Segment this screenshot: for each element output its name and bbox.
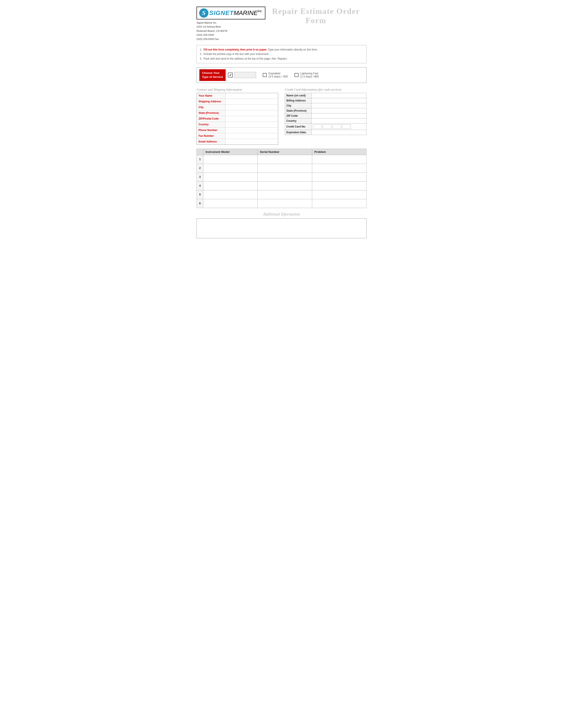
input-cc-expiry[interactable] (313, 131, 335, 134)
cc-label-expiry: Expiration Date. (285, 130, 312, 135)
logo-s-icon: S (199, 8, 208, 18)
input-cc-num-3[interactable] (332, 124, 341, 129)
logo-box: S SIGNET MARINE Inc. (196, 7, 265, 19)
input-state[interactable] (227, 112, 276, 115)
input-row2-serial[interactable] (258, 164, 312, 173)
val-zip[interactable] (225, 116, 278, 122)
val-email[interactable] (225, 139, 278, 144)
cc-val-zip[interactable] (312, 113, 367, 118)
input-cc-num-1[interactable] (313, 124, 322, 129)
row3-model[interactable] (203, 173, 258, 181)
row6-problem[interactable] (312, 199, 366, 208)
row4-problem[interactable] (312, 181, 366, 190)
input-shipping-address[interactable] (227, 100, 276, 103)
instructions-box: 1. Fill out this form completely, then p… (196, 45, 367, 63)
input-row3-serial[interactable] (258, 173, 312, 181)
logo-signet-text: SIGNET (209, 9, 233, 17)
input-row5-problem[interactable] (312, 190, 366, 199)
lightning-checkbox[interactable] (295, 73, 299, 77)
val-city[interactable] (225, 105, 278, 110)
company-phone: (310) 329-4349 (196, 33, 265, 37)
row5-problem[interactable] (312, 190, 366, 199)
row5-model[interactable] (203, 190, 258, 199)
row2-model[interactable] (203, 164, 258, 173)
service-type-box: Choose Your Type of Service ✓ Expedited … (196, 67, 367, 83)
input-email[interactable] (227, 140, 276, 143)
additional-textarea[interactable] (197, 219, 366, 238)
input-cc-num-4[interactable] (342, 124, 351, 129)
val-your-name[interactable] (225, 93, 278, 99)
row3-serial[interactable] (258, 173, 312, 181)
row6-model[interactable] (203, 199, 258, 208)
input-row6-problem[interactable] (312, 199, 366, 208)
row6-serial[interactable] (258, 199, 312, 208)
expedited-checkbox[interactable] (263, 73, 267, 77)
cc-val-address[interactable] (312, 98, 367, 103)
input-row1-serial[interactable] (258, 155, 312, 164)
input-fax[interactable] (227, 135, 276, 138)
input-row4-serial[interactable] (258, 182, 312, 190)
input-row1-model[interactable] (203, 155, 257, 164)
row1-serial[interactable] (258, 155, 312, 164)
input-your-name[interactable] (227, 94, 276, 98)
val-phone[interactable] (225, 128, 278, 133)
input-cc-country[interactable] (313, 119, 365, 122)
row1-model[interactable] (203, 155, 258, 164)
input-city[interactable] (227, 106, 276, 109)
row4-serial[interactable] (258, 181, 312, 190)
instrument-section: Instrument Model Serial Number Problem 1… (196, 149, 367, 208)
val-fax[interactable] (225, 133, 278, 139)
val-shipping-address[interactable] (225, 99, 278, 104)
input-row3-problem[interactable] (312, 173, 366, 181)
input-row5-model[interactable] (203, 190, 257, 199)
cc-val-name[interactable] (312, 93, 367, 98)
input-phone[interactable] (227, 129, 276, 132)
input-row2-problem[interactable] (312, 164, 366, 173)
cc-row-number: Credit Card No. (285, 123, 367, 130)
input-cc-num-2[interactable] (323, 124, 332, 129)
input-row5-serial[interactable] (258, 190, 312, 199)
row3-problem[interactable] (312, 173, 366, 181)
input-row3-model[interactable] (203, 173, 257, 181)
input-cc-city[interactable] (313, 104, 365, 107)
row4-model[interactable] (203, 181, 258, 190)
val-state[interactable] (225, 110, 278, 116)
company-name: Signet Marine Inc. (196, 21, 265, 25)
input-cc-state[interactable] (313, 109, 365, 112)
cc-label-address: Billing Address (285, 98, 312, 103)
expedited-option[interactable]: Expedited (3-5 days) + $35 (263, 72, 288, 78)
cc-val-country[interactable] (312, 118, 367, 123)
th-serial: Serial Number (258, 149, 312, 155)
standard-service-option[interactable]: ✓ (228, 72, 256, 78)
row1-problem[interactable] (312, 155, 366, 164)
input-row4-model[interactable] (203, 182, 257, 190)
input-row1-problem[interactable] (312, 155, 366, 164)
input-row2-model[interactable] (203, 164, 257, 173)
input-cc-name[interactable] (313, 94, 365, 97)
row2-problem[interactable] (312, 164, 366, 173)
lightning-option[interactable]: Lightening Fast (1-2 days) +$65 (295, 72, 319, 78)
cc-row-city: City (285, 103, 367, 108)
row5-serial[interactable] (258, 190, 312, 199)
input-row6-model[interactable] (203, 199, 257, 208)
input-cc-address[interactable] (313, 99, 365, 102)
input-row6-serial[interactable] (258, 199, 312, 208)
cc-val-state[interactable] (312, 108, 367, 113)
instruction-1: 1. Fill out this form completely, then p… (200, 47, 363, 52)
contact-row-shipping: Shipping Address (197, 99, 278, 105)
cc-val-number[interactable] (312, 123, 367, 130)
input-cc-zip[interactable] (313, 114, 365, 117)
cc-val-city[interactable] (312, 103, 367, 108)
company-address2: Redondo Beach, CA 90278 (196, 29, 265, 33)
standard-checkbox[interactable]: ✓ (228, 73, 233, 77)
additional-box[interactable] (196, 218, 367, 238)
input-zip[interactable] (227, 117, 276, 120)
cc-section-title: Credit Card Information (for rush servic… (285, 88, 367, 92)
val-country[interactable] (225, 122, 278, 127)
input-country[interactable] (227, 123, 276, 126)
cc-row-name: Name (on card) (285, 93, 367, 98)
row2-serial[interactable] (258, 164, 312, 173)
cc-val-expiry[interactable] (312, 130, 367, 135)
row-num-1: 1 (197, 155, 203, 164)
input-row4-problem[interactable] (312, 182, 366, 190)
